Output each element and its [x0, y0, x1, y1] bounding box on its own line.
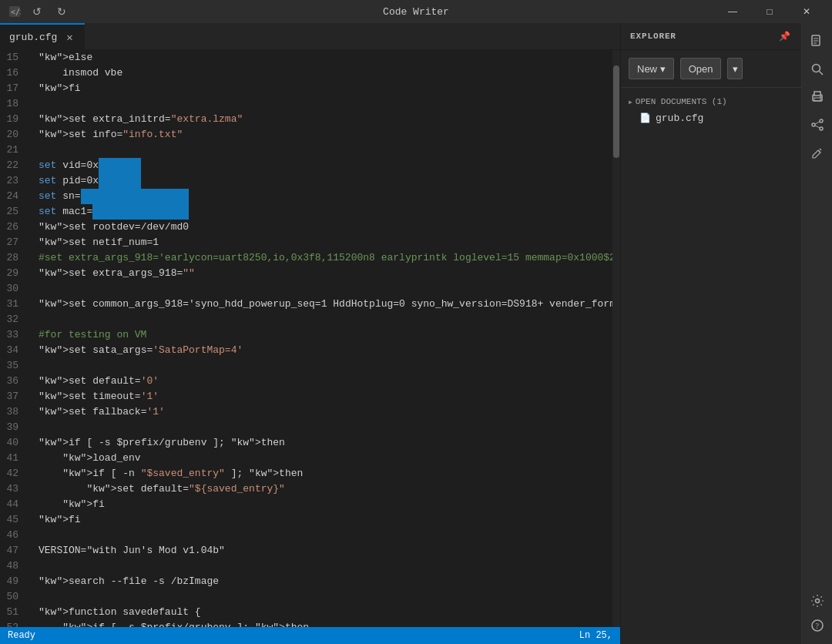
explorer-buttons: New ▾ Open ▾ [621, 50, 801, 88]
line-number: 29 [0, 266, 25, 281]
section-triangle-icon: ▶ [629, 99, 632, 106]
scrollbar-thumb[interactable] [613, 65, 619, 158]
code-line: "kw">set fallback='1' [39, 404, 605, 420]
code-line [39, 143, 605, 158]
line-number: 43 [0, 481, 25, 497]
settings-icon-button[interactable] [805, 589, 830, 613]
code-line: "kw">set timeout='1' [39, 389, 605, 404]
line-number: 17 [0, 81, 25, 96]
tab-bar: grub.cfg ✕ [0, 23, 620, 50]
line-number: 40 [0, 435, 25, 451]
icon-bar: ? [801, 23, 832, 644]
code-line: set sn= [39, 189, 605, 204]
code-line: "kw">else [39, 50, 605, 65]
code-line [39, 358, 605, 374]
file-name: grub.cfg [656, 112, 703, 124]
new-button[interactable]: New ▾ [629, 58, 674, 79]
svg-point-14 [820, 127, 823, 130]
code-line: set mac1= [39, 204, 605, 220]
line-number: 41 [0, 451, 25, 466]
line-number: 35 [0, 358, 25, 374]
line-number: 15 [0, 50, 25, 65]
code-line: #for testing on VM [39, 327, 605, 343]
code-line: "kw">set extra_initrd="extra.lzma" [39, 112, 605, 127]
code-line: VERSION="with Jun's Mod v1.04b" [39, 543, 605, 558]
title-bar-left: </> ↺ ↻ [8, 2, 71, 21]
code-line [39, 96, 605, 112]
file-icon: 📄 [639, 112, 651, 124]
svg-line-15 [815, 122, 820, 124]
code-editor[interactable]: 1516171819202122232425262728293031323334… [0, 50, 620, 627]
scrollbar-vertical[interactable] [612, 50, 620, 627]
icon-bar-bottom: ? [805, 589, 830, 638]
redo-button[interactable]: ↻ [52, 2, 71, 21]
code-line: "kw">set default='0' [39, 374, 605, 389]
code-line: "kw">fi [39, 497, 605, 512]
code-line: "kw">set netif_num=1 [39, 235, 605, 250]
open-button[interactable]: Open [680, 58, 722, 79]
line-number: 37 [0, 389, 25, 404]
code-line: "kw">function savedefault { [39, 605, 605, 620]
open-dropdown-button[interactable]: ▾ [727, 58, 743, 79]
line-number: 16 [0, 65, 25, 81]
line-number: 23 [0, 173, 25, 189]
minimize-button[interactable]: — [715, 0, 750, 23]
code-line [39, 312, 605, 327]
code-line: "kw">load_env [39, 451, 605, 466]
right-panel: EXPLORER 📌 New ▾ Open ▾ ▶ OPEN DOCUMENTS… [620, 23, 801, 644]
search-icon-button[interactable] [805, 57, 830, 82]
app-icon: </> [8, 5, 22, 18]
line-number: 28 [0, 250, 25, 266]
maximize-button[interactable]: □ [752, 0, 787, 23]
svg-text:</>: </> [11, 8, 21, 16]
code-line: set pid=0x [39, 173, 605, 189]
line-number: 38 [0, 404, 25, 420]
title-bar-title: Code Writer [383, 6, 449, 18]
title-bar-controls: — □ ✕ [715, 0, 824, 23]
print-icon-button[interactable] [805, 85, 830, 109]
code-line [39, 420, 605, 435]
line-number: 26 [0, 220, 25, 235]
code-line: set vid=0x [39, 158, 605, 173]
tab-grub-cfg[interactable]: grub.cfg ✕ [0, 23, 85, 50]
line-number: 19 [0, 112, 25, 127]
code-line: insmod vbe [39, 65, 605, 81]
open-docs-header[interactable]: ▶ OPEN DOCUMENTS (1) [621, 94, 801, 109]
code-line: "kw">if [ -n "$saved_entry" ]; "kw">then [39, 466, 605, 481]
explorer-pin-button[interactable]: 📌 [777, 29, 792, 44]
tab-filename: grub.cfg [9, 32, 57, 43]
line-number: 31 [0, 297, 25, 312]
undo-button[interactable]: ↺ [28, 2, 46, 21]
line-number: 46 [0, 528, 25, 543]
line-number: 21 [0, 143, 25, 158]
code-line: "kw">set rootdev=/dev/md0 [39, 220, 605, 235]
svg-point-18 [815, 599, 819, 603]
code-line: "kw">set sata_args='SataPortMap=4' [39, 343, 605, 358]
line-number: 44 [0, 497, 25, 512]
line-number: 24 [0, 189, 25, 204]
line-number: 30 [0, 281, 25, 297]
line-number: 50 [0, 589, 25, 605]
file-item-grub[interactable]: 📄 grub.cfg [621, 109, 801, 127]
help-icon-button[interactable]: ? [805, 613, 830, 638]
line-number: 20 [0, 127, 25, 143]
line-number: 36 [0, 374, 25, 389]
code-line: "kw">fi [39, 81, 605, 96]
editor-area: grub.cfg ✕ 15161718192021222324252627282… [0, 23, 620, 644]
documents-icon-button[interactable] [805, 29, 830, 54]
tab-close-button[interactable]: ✕ [63, 31, 75, 43]
code-line [39, 589, 605, 605]
line-number: 49 [0, 574, 25, 589]
edit-icon-button[interactable] [805, 140, 830, 165]
share-icon-button[interactable] [805, 112, 830, 137]
line-number: 34 [0, 343, 25, 358]
close-button[interactable]: ✕ [789, 0, 824, 23]
main-area: grub.cfg ✕ 15161718192021222324252627282… [0, 23, 832, 644]
code-content[interactable]: "kw">else insmod vbe"kw">fi"kw">set extr… [31, 50, 612, 627]
open-docs-label: OPEN DOCUMENTS (1) [636, 97, 727, 106]
svg-line-17 [818, 150, 820, 153]
svg-line-7 [819, 72, 823, 75]
line-numbers: 1516171819202122232425262728293031323334… [0, 50, 31, 627]
svg-point-6 [812, 65, 820, 72]
svg-point-12 [820, 119, 823, 122]
